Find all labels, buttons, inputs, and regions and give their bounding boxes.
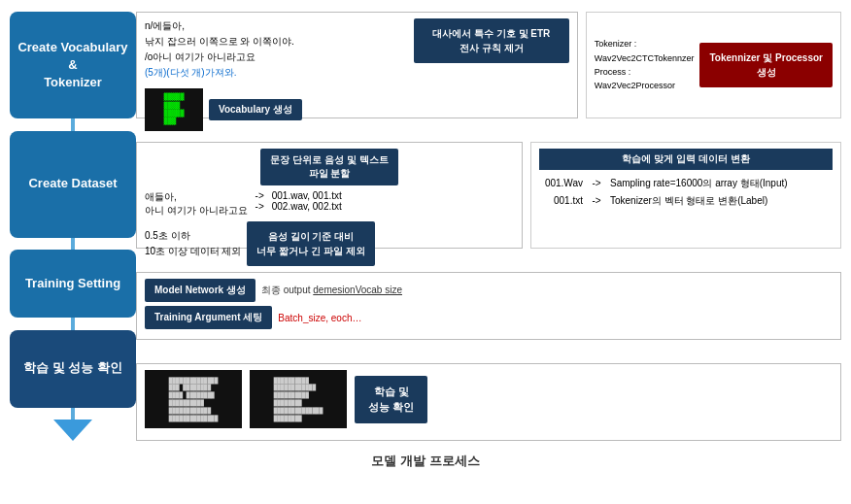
vocab-highlight: (5개)(다섯 개)가져와. — [145, 65, 406, 81]
dataset-right-rows: 001.Wav -> Sampling rate=16000의 array 형태… — [539, 176, 833, 208]
tok-line3: Process : — [595, 65, 695, 79]
dr1-arrow: -> — [587, 176, 606, 190]
training-row: Model Network 생성 최종 output demesionVocab… — [136, 272, 841, 340]
connector-line-3 — [71, 318, 75, 330]
split-btn-line2: 파일 분할 — [309, 168, 351, 179]
footer-text: 모델 개발 프로세스 — [371, 454, 479, 468]
special-remove-box: 대사에서 특수 기호 및 ETR 전사 규칙 제거 — [414, 18, 569, 63]
final-result-btn[interactable]: 학습 및 성능 확인 — [355, 376, 427, 423]
training-desc1-underline: demesionVocab size — [313, 285, 402, 295]
dr2-desc: Tokenizer의 벡터 형태로 변환(Label) — [610, 193, 833, 208]
dr1-label: 001.Wav — [539, 176, 583, 190]
tok-line2: Wav2Vec2CTCTokennzer — [595, 51, 695, 65]
example1: 애들아, — [145, 190, 248, 204]
special-box-line2: 전사 규칙 제거 — [460, 43, 524, 53]
blue-box-vocabulary: Create Vocabulary&Tokenizer — [10, 12, 136, 118]
vocabulary-content: n/에들아, 낚지 잡으러 이쪽으로 와 이쪽이야. /o아니 여기가 아니라고… — [136, 12, 578, 118]
dataset-examples-row: 애들아, 아니 여기가 아니라고요 -> -> 001.wav, 001.txt… — [145, 190, 514, 218]
filter-text1: 0.5초 이하 — [145, 228, 241, 244]
dataset-right-row2: 001.txt -> Tokenizer의 벡터 형태로 변환(Label) — [539, 193, 833, 208]
tok-btn-line1: Tokennizer 및 Processor — [709, 52, 823, 63]
blue-box-training-label: Training Setting — [25, 275, 120, 292]
model-network-btn[interactable]: Model Network 생성 — [145, 279, 255, 302]
vocab-image-placeholder: ▓▓▓▓▓▓▓▓▓▓▓▓▓▓▓▓▓ — [163, 93, 184, 126]
final-arrowhead — [53, 420, 92, 441]
training-content: Model Network 생성 최종 output demesionVocab… — [136, 272, 841, 340]
final-btn-line1: 학습 및 — [374, 386, 409, 397]
blue-box-dataset-label: Create Dataset — [28, 175, 117, 192]
tokenizer-panel: Tokenizer : Wav2Vec2CTCTokennzer Process… — [586, 12, 841, 118]
code-screenshot-2-text: ██████████ ████████████ ██████████ █████… — [271, 374, 326, 425]
connector-line-2 — [71, 238, 75, 251]
connector-line-1 — [71, 118, 75, 131]
blue-box-vocabulary-label: Create Vocabulary&Tokenizer — [17, 39, 127, 92]
code-screenshot-1-text: ██████████████ ███ ████████ ████ ███████… — [166, 374, 221, 425]
tok-btn-line2: 생성 — [757, 67, 776, 78]
blue-box-dataset: Create Dataset — [10, 131, 136, 238]
split-btn-line1: 문장 단위로 음성 및 텍스트 — [270, 154, 388, 165]
dataset-content: 문장 단위로 음성 및 텍스트 파일 분할 애들아, 아니 여기가 아니라고요 … — [136, 142, 523, 249]
tokenizer-info: Tokenizer : Wav2Vec2CTCTokennzer Process… — [595, 37, 695, 93]
arrow1: -> — [255, 190, 264, 201]
training-desc2-suffix: … — [352, 313, 361, 323]
dataset-right-panel: 학습에 맞게 입력 데이터 변환 001.Wav -> Sampling rat… — [530, 142, 841, 249]
blue-box-final: 학습 및 성능 확인 — [10, 330, 136, 408]
vocab-text-lines: n/에들아, 낚지 잡으러 이쪽으로 와 이쪽이야. /o아니 여기가 아니라고… — [145, 18, 406, 81]
dataset-split-btn[interactable]: 문장 단위로 음성 및 텍스트 파일 분할 — [260, 149, 397, 185]
vocabulary-row: n/에들아, 낚지 잡으러 이쪽으로 와 이쪽이야. /o아니 여기가 아니라고… — [136, 12, 841, 118]
dataset-row: 문장 단위로 음성 및 텍스트 파일 분할 애들아, 아니 여기가 아니라고요 … — [136, 142, 841, 249]
vocab-line3: /o아니 여기가 아니라고요 — [145, 50, 406, 65]
training-argument-label: Training Argument 세팅 — [154, 312, 262, 322]
dataset-right-row1: 001.Wav -> Sampling rate=16000의 array 형태… — [539, 176, 833, 190]
row-spacer-2 — [136, 254, 841, 266]
tokenizer-create-btn[interactable]: Tokennizer 및 Processor 생성 — [699, 43, 833, 87]
dataset-examples: 애들아, 아니 여기가 아니라고요 — [145, 190, 248, 218]
vocab-line2: 낚지 잡으러 이쪽으로 와 이쪽이야. — [145, 34, 406, 50]
row-spacer-1 — [136, 124, 841, 136]
training-row1: Model Network 생성 최종 output demesionVocab… — [145, 279, 833, 302]
training-desc1: 최종 output demesionVocab size — [261, 284, 402, 297]
dr2-arrow: -> — [587, 193, 606, 208]
dataset-files: 001.wav, 001.txt 002.wav, 002.txt — [272, 190, 342, 212]
connector-line-4 — [71, 408, 75, 420]
final-content-inner: ██████████████ ███ ████████ ████ ███████… — [145, 370, 833, 428]
training-row2: Training Argument 세팅 Batch_size, eoch… — [145, 306, 833, 329]
dr1-desc: Sampling rate=16000의 array 형태(Input) — [610, 176, 833, 190]
dataset-arrows: -> -> — [255, 190, 264, 212]
training-desc1-prefix: 최종 output — [261, 285, 313, 295]
code-screenshot-2: ██████████ ████████████ ██████████ █████… — [250, 370, 347, 428]
final-row: ██████████████ ███ ████████ ████ ███████… — [136, 363, 841, 441]
file2: 002.wav, 002.txt — [272, 201, 342, 212]
row-spacer-3 — [136, 346, 841, 357]
final-btn-line2: 성능 확인 — [368, 401, 414, 413]
vocab-generate-btn[interactable]: Vocabulary 생성 — [209, 99, 302, 120]
code-screenshot-1: ██████████████ ███ ████████ ████ ███████… — [145, 370, 242, 428]
tok-line4: Wav2Vec2Processor — [595, 79, 695, 92]
training-desc2: Batch_size, eoch… — [278, 313, 361, 323]
dr2-label: 001.txt — [539, 193, 583, 208]
training-argument-btn[interactable]: Training Argument 세팅 — [145, 306, 272, 329]
special-box-line1: 대사에서 특수 기호 및 ETR — [432, 28, 550, 39]
vocab-line1: n/에들아, — [145, 18, 406, 34]
arrow2: -> — [255, 201, 264, 212]
footer: 모델 개발 프로세스 — [10, 453, 841, 470]
dataset-right-title: 학습에 맞게 입력 데이터 변환 — [539, 149, 833, 170]
model-network-label: Model Network 생성 — [154, 285, 246, 295]
blue-box-training: Training Setting — [10, 250, 136, 318]
final-content: ██████████████ ███ ████████ ████ ███████… — [136, 363, 841, 441]
vocab-text: n/에들아, 낚지 잡으러 이쪽으로 와 이쪽이야. /o아니 여기가 아니라고… — [145, 18, 406, 81]
training-desc2-text: Batch_size, eoch — [278, 313, 352, 323]
filter-btn-line1: 음성 길이 기준 대비 — [268, 231, 354, 242]
example2: 아니 여기가 아니라고요 — [145, 204, 248, 218]
tok-line1: Tokenizer : — [595, 37, 695, 50]
file1: 001.wav, 001.txt — [272, 190, 342, 201]
blue-box-final-label: 학습 및 성능 확인 — [23, 359, 122, 377]
